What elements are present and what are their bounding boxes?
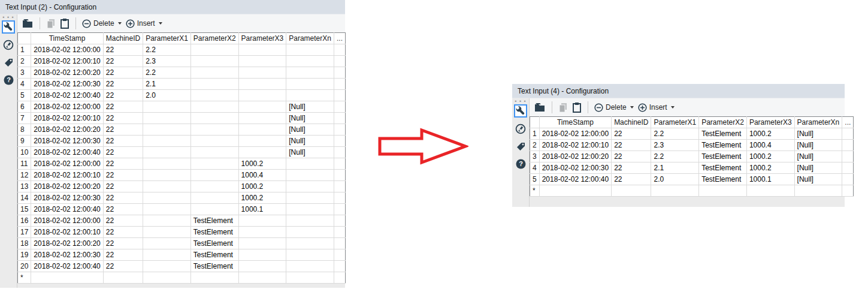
column-header[interactable]: ParameterX2 <box>190 33 238 44</box>
cell[interactable]: 2018-02-02 12:00:30 <box>31 79 103 90</box>
row-number-cell[interactable]: 20 <box>18 261 31 272</box>
cell[interactable]: 22 <box>103 44 143 56</box>
cell[interactable] <box>190 90 238 101</box>
row-number-cell[interactable]: 19 <box>18 249 31 261</box>
delete-button[interactable]: Delete <box>594 103 634 112</box>
row-number-cell[interactable]: 3 <box>530 151 540 162</box>
cell[interactable]: 2.3 <box>651 140 699 151</box>
cell[interactable]: 1000.1 <box>746 174 794 185</box>
cell[interactable] <box>238 67 286 79</box>
cell[interactable]: 22 <box>103 124 143 136</box>
copy-button[interactable] <box>558 103 568 113</box>
cell[interactable]: TestElement <box>699 174 747 185</box>
cell[interactable] <box>286 261 334 272</box>
cell[interactable] <box>143 249 191 261</box>
cell[interactable] <box>143 181 191 192</box>
cell[interactable] <box>190 192 238 204</box>
cell[interactable]: TestElement <box>190 261 238 272</box>
column-header[interactable]: ParameterX3 <box>238 33 286 44</box>
cell[interactable] <box>794 185 842 197</box>
cell[interactable]: 2018-02-02 12:00:10 <box>31 56 103 67</box>
cell[interactable]: 22 <box>612 174 651 185</box>
cell[interactable]: 2018-02-02 12:00:40 <box>31 261 103 272</box>
cell[interactable] <box>334 44 345 56</box>
cell[interactable]: 2018-02-02 12:00:00 <box>31 158 103 170</box>
cell[interactable]: 2.2 <box>651 151 699 162</box>
cell[interactable] <box>143 227 191 238</box>
cell[interactable] <box>190 136 238 147</box>
cell[interactable] <box>842 140 854 151</box>
sidebar-item-configuration[interactable] <box>2 20 15 34</box>
row-number-cell[interactable]: 8 <box>18 124 31 136</box>
open-file-button[interactable] <box>534 103 546 112</box>
row-number-cell[interactable]: 12 <box>18 170 31 181</box>
column-header[interactable]: ParameterXn <box>794 117 842 128</box>
cell[interactable] <box>842 151 854 162</box>
cell[interactable] <box>238 79 286 90</box>
cell[interactable] <box>286 204 334 215</box>
row-header-corner[interactable] <box>530 117 540 128</box>
cell[interactable]: 22 <box>103 227 143 238</box>
cell[interactable] <box>190 124 238 136</box>
cell[interactable] <box>334 272 345 284</box>
cell[interactable] <box>238 215 286 227</box>
cell[interactable]: 22 <box>103 249 143 261</box>
row-header-corner[interactable] <box>18 33 31 44</box>
cell[interactable] <box>143 113 191 124</box>
column-header[interactable]: TimeStamp <box>31 33 103 44</box>
cell[interactable] <box>190 67 238 79</box>
cell[interactable] <box>334 147 345 158</box>
cell[interactable] <box>190 44 238 56</box>
cell[interactable]: 2018-02-02 12:00:00 <box>31 215 103 227</box>
cell[interactable]: TestElement <box>190 215 238 227</box>
sidebar-item-tag[interactable] <box>2 56 15 68</box>
cell[interactable] <box>334 170 345 181</box>
cell[interactable] <box>286 67 334 79</box>
cell[interactable] <box>238 147 286 158</box>
open-file-button[interactable] <box>22 19 34 28</box>
column-header[interactable]: ParameterX1 <box>143 33 191 44</box>
cell[interactable]: 1000.2 <box>238 181 286 192</box>
cell[interactable]: 22 <box>103 101 143 113</box>
row-number-cell[interactable]: 16 <box>18 215 31 227</box>
sidebar-drag-handle[interactable]: • • • <box>2 16 14 19</box>
cell[interactable] <box>842 162 854 174</box>
row-number-cell[interactable]: 15 <box>18 204 31 215</box>
cell[interactable]: 2.2 <box>143 67 191 79</box>
cell[interactable] <box>238 113 286 124</box>
cell[interactable] <box>746 185 794 197</box>
cell[interactable]: TestElement <box>190 227 238 238</box>
cell[interactable]: 22 <box>612 140 651 151</box>
cell[interactable] <box>143 124 191 136</box>
cell[interactable]: 2018-02-02 12:00:30 <box>31 249 103 261</box>
cell[interactable] <box>190 113 238 124</box>
cell[interactable] <box>143 136 191 147</box>
sidebar-item-annotation[interactable] <box>2 39 15 51</box>
row-number-cell[interactable]: 1 <box>530 128 540 140</box>
cell[interactable] <box>334 113 345 124</box>
cell[interactable] <box>334 136 345 147</box>
paste-button[interactable] <box>572 103 582 113</box>
cell[interactable] <box>286 79 334 90</box>
cell[interactable]: 22 <box>103 204 143 215</box>
cell[interactable] <box>286 238 334 249</box>
cell[interactable]: 22 <box>103 170 143 181</box>
row-number-cell[interactable]: 5 <box>530 174 540 185</box>
column-header[interactable]: MachineID <box>612 117 651 128</box>
cell[interactable]: 22 <box>103 147 143 158</box>
cell[interactable]: 2018-02-02 12:00:20 <box>31 67 103 79</box>
row-number-cell[interactable]: 4 <box>530 162 540 174</box>
cell[interactable]: [Null] <box>286 113 334 124</box>
cell[interactable] <box>190 56 238 67</box>
cell[interactable] <box>143 192 191 204</box>
row-number-cell[interactable]: 3 <box>18 67 31 79</box>
cell[interactable]: [Null] <box>286 124 334 136</box>
cell[interactable]: 2018-02-02 12:00:20 <box>539 151 611 162</box>
cell[interactable] <box>238 227 286 238</box>
sidebar-item-annotation[interactable] <box>514 123 527 135</box>
row-number-cell[interactable]: 11 <box>18 158 31 170</box>
cell[interactable]: 22 <box>103 136 143 147</box>
cell[interactable] <box>238 238 286 249</box>
cell[interactable]: 1000.1 <box>238 204 286 215</box>
cell[interactable] <box>190 79 238 90</box>
